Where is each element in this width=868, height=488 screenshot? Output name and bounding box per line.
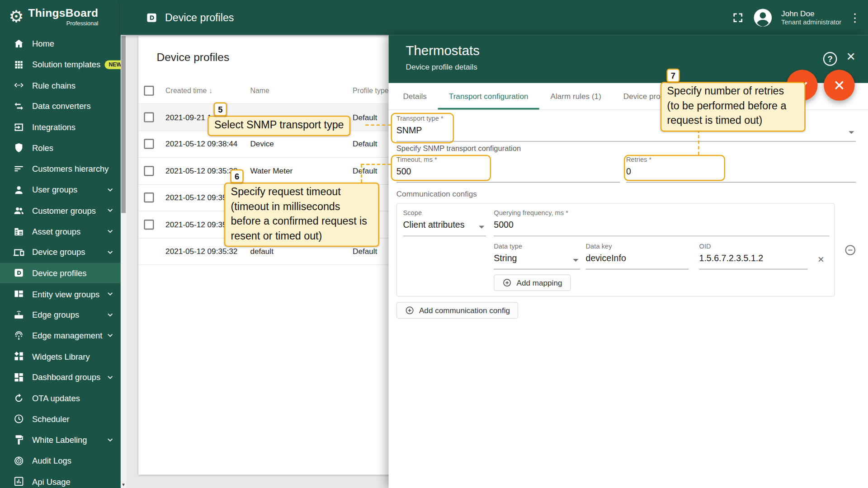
sidebar-item-icon [13,330,24,341]
row-checkbox[interactable] [144,220,154,230]
chevron-down-icon [105,331,115,341]
frequency-value: 5000 [494,220,829,230]
sidebar-item[interactable]: White Labeling [0,429,121,450]
sidebar-scrollbar[interactable]: ▾ [121,35,126,488]
brand-logo[interactable]: ⚙ ThingsBoard Professional [0,0,121,33]
callout-5-number: 5 [214,103,227,117]
sidebar-item-icon [13,393,24,404]
sidebar-item[interactable]: Solution templates NEW [0,54,121,75]
sidebar-item-icon [13,80,24,91]
logo-gear-icon: ⚙ [9,8,24,25]
chevron-down-icon [105,247,115,257]
avatar[interactable] [752,7,774,28]
sidebar-item[interactable]: Device groups [0,242,121,263]
sidebar-item[interactable]: Dashboard groups [0,367,121,388]
oid-label: OID [699,242,808,250]
user-info[interactable]: John Doe Tenant administrator [781,8,841,27]
sidebar-item[interactable]: Asset groups [0,221,121,242]
drawer-tab[interactable]: Transport configuration [438,83,539,110]
callout-6-number: 6 [230,169,243,183]
scrollbar-down-arrow-icon[interactable]: ▾ [121,482,126,488]
remove-mapping-icon[interactable]: × [815,253,827,264]
chevron-down-icon [105,372,115,382]
timeout-field[interactable]: Timeout, ms * 500 [396,155,620,182]
more-menu-icon[interactable]: ⋮ [849,11,860,24]
cancel-changes-fab[interactable] [824,70,855,101]
sidebar-item-label: Scheduler [32,414,70,424]
sidebar-item-icon [13,59,24,70]
sidebar-item[interactable]: Data converters [0,96,121,117]
sidebar-item[interactable]: Widgets Library [0,346,121,367]
sidebar-item[interactable]: Audit Logs [0,450,121,471]
column-name[interactable]: Name [250,86,353,94]
drawer-tab[interactable]: Alarm rules (1) [539,83,612,110]
sidebar-item[interactable]: Home [0,33,121,54]
sidebar-item-icon [13,226,24,237]
row-checkbox[interactable] [144,112,154,122]
retries-value: 0 [626,166,856,177]
sidebar-item[interactable]: Edge groups [0,304,121,325]
drawer-tab[interactable]: Details [392,83,438,110]
new-badge: NEW [105,60,121,69]
callout-7-number: 7 [666,69,679,83]
row-checkbox[interactable] [144,139,154,149]
retries-field[interactable]: Retries * 0 [626,155,856,182]
row-name: Device [250,140,353,149]
sidebar-item-icon [13,309,24,320]
sidebar-item-label: Audit Logs [32,456,71,465]
sidebar-item[interactable]: Scheduler [0,408,121,429]
tab-label: Transport configuration [449,92,528,101]
oid-field[interactable]: OID 1.5.6.7.2.3.5.1.2 [699,242,808,269]
thingsboard-app: ⚙ ThingsBoard Professional Home Solution… [0,0,868,488]
sidebar-item-label: Widgets Library [32,352,90,361]
sidebar-item-label: Home [32,39,54,48]
sidebar-item-label: Entity view groups [32,289,99,299]
sidebar-item-label: Rule chains [32,80,75,90]
sidebar-item-label: Edge groups [32,310,79,319]
row-checkbox[interactable] [144,166,154,176]
sidebar-item[interactable]: User groups [0,179,121,200]
sidebar-item[interactable]: Customer groups [0,200,121,221]
sidebar-item[interactable]: OTA updates [0,388,121,408]
querying-frequency-field[interactable]: Querying frequency, ms * 5000 [494,209,829,236]
chevron-down-icon [105,226,115,236]
data-type-label: Data type [494,242,580,250]
tab-label: Device prov [623,92,665,101]
sidebar-item-label: OTA updates [32,394,80,403]
tab-label: Details [403,92,426,101]
frequency-label: Querying frequency, ms * [494,209,829,217]
scrollbar-thumb[interactable] [121,36,126,213]
sidebar-item-label: Data converters [32,102,91,111]
sidebar-item[interactable]: Roles [0,137,121,158]
sidebar-item-icon [13,205,24,216]
sidebar-item-label: Dashboard groups [32,373,100,382]
sidebar-item[interactable]: Edge management [0,325,121,346]
scope-select[interactable]: Scope Client attributes [403,209,486,236]
data-key-field[interactable]: Data key deviceInfo [586,242,689,269]
retries-label: Retries * [626,155,856,164]
sidebar-item-label: User groups [32,185,77,194]
sidebar-item[interactable]: Integrations [0,117,121,137]
sidebar-item[interactable]: Rule chains [0,75,121,96]
sidebar-item[interactable]: Api Usage [0,471,121,488]
close-icon[interactable]: × [844,48,858,66]
column-created-time[interactable]: Created time↓ [165,86,250,94]
select-all-checkbox[interactable] [144,85,154,95]
plus-circle-icon [502,278,512,288]
sidebar-item[interactable]: Device profiles [0,263,121,283]
dropdown-arrow-icon [849,131,854,134]
sidebar-nav: Home Solution templates NEW Rule chains [0,33,121,488]
snmp-hint-text: Specify SNMP transport configuration [396,145,521,153]
add-mapping-button[interactable]: Add mapping [494,274,571,291]
add-communication-config-button[interactable]: Add communication config [396,302,519,319]
remove-config-icon[interactable] [844,244,857,257]
sidebar-item[interactable]: Entity view groups [0,283,121,304]
tab-label: Alarm rules (1) [550,92,601,101]
communication-config-card: Scope Client attributes Querying frequen… [396,203,835,296]
sidebar-item[interactable]: Customers hierarchy [0,158,121,179]
row-checkbox[interactable] [144,192,154,202]
fullscreen-icon[interactable] [731,11,745,24]
help-icon[interactable]: ? [823,52,837,66]
data-type-select[interactable]: Data type String [494,242,580,269]
scope-label: Scope [403,209,486,217]
